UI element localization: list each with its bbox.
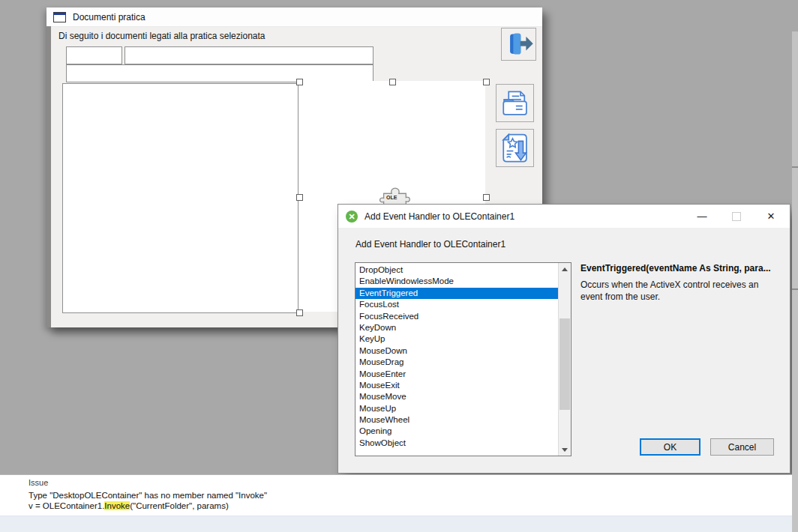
ok-button[interactable]: OK (640, 438, 700, 456)
event-list-item[interactable]: EnableWindowlessMode (356, 276, 558, 287)
documents-listbox[interactable] (62, 83, 298, 313)
form-caption-label: Di seguito i documenti legati alla prati… (58, 31, 266, 41)
ole-badge-label: OLE (386, 195, 397, 200)
event-list-item[interactable]: MouseDown (356, 345, 558, 357)
event-list-scrollbar[interactable] (558, 263, 571, 456)
event-list-item[interactable]: DropObject (356, 265, 558, 276)
maximize-button-disabled (732, 212, 741, 221)
event-list-item[interactable]: MouseUp (356, 403, 558, 414)
event-list-item[interactable]: Opening (356, 426, 558, 437)
event-list-item[interactable]: MouseWheel (356, 414, 558, 426)
event-listbox[interactable]: DropObjectEnableWindowlessModeEventTrigg… (355, 262, 572, 456)
event-list-item[interactable]: KeyUp (356, 333, 558, 345)
open-folder-button[interactable] (496, 84, 534, 122)
event-list-item[interactable]: MouseEnter (356, 369, 558, 380)
code-before: v = OLEContainer1. (28, 501, 104, 510)
selection-handle[interactable] (296, 309, 303, 316)
event-list-item[interactable]: FocusLost (356, 299, 558, 310)
event-list-item[interactable]: FocusReceived (356, 311, 558, 322)
scroll-marker (792, 166, 798, 168)
textfield-small[interactable] (66, 46, 122, 64)
bottom-band (0, 516, 798, 532)
folder-documents-icon (500, 88, 531, 119)
textfield-full[interactable] (66, 64, 374, 82)
dialog-heading: Add Event Handler to OLEContainer1 (356, 239, 506, 250)
event-list-item[interactable]: KeyDown (356, 322, 558, 333)
event-list-item[interactable]: MouseMove (356, 391, 558, 402)
event-list-item[interactable]: ShowObject (356, 438, 558, 449)
document-star-download-icon (500, 133, 531, 164)
designer-window-title: Documenti pratica (73, 12, 146, 22)
issue-panel-title: Issue (28, 478, 48, 487)
minimize-button[interactable]: — (697, 211, 707, 222)
scroll-marker (792, 288, 798, 290)
exit-button[interactable] (501, 28, 536, 61)
add-event-dialog: ✕ Add Event Handler to OLEContainer1 — ✕… (338, 204, 790, 474)
close-button[interactable]: ✕ (766, 211, 776, 222)
xojo-app-icon: ✕ (346, 211, 358, 223)
designer-titlebar[interactable]: Documenti pratica (46, 7, 542, 27)
textfield-wide[interactable] (124, 46, 374, 64)
selection-handle[interactable] (296, 79, 303, 85)
event-list-item[interactable]: MouseDrag (356, 357, 558, 368)
exit-door-icon (505, 31, 533, 57)
ide-right-scrollbar[interactable] (792, 31, 798, 532)
event-signature: EventTriggered(eventName As String, para… (580, 263, 777, 273)
scroll-down-icon[interactable] (559, 444, 571, 456)
selection-handle[interactable] (483, 194, 490, 201)
selection-handle[interactable] (483, 79, 490, 85)
selection-handle[interactable] (389, 79, 396, 85)
event-description: Occurs when the ActiveX control receives… (580, 279, 774, 303)
export-document-button[interactable] (496, 129, 534, 167)
issue-code-line[interactable]: v = OLEContainer1.Invoke("CurrentFolder"… (28, 501, 229, 510)
event-list-item[interactable]: MouseExit (356, 380, 558, 391)
cancel-button[interactable]: Cancel (710, 438, 774, 456)
dialog-title: Add Event Handler to OLEContainer1 (364, 211, 514, 222)
selection-handle[interactable] (296, 194, 303, 201)
scroll-up-icon[interactable] (559, 263, 571, 275)
window-icon (53, 12, 66, 22)
code-highlight: Invoke (104, 501, 130, 510)
scrollbar-thumb[interactable] (560, 318, 570, 410)
code-after: ("CurrentFolder", params) (130, 501, 229, 510)
window-left-edge (46, 26, 51, 327)
event-list-item[interactable]: EventTriggered (356, 288, 558, 299)
issue-error-message[interactable]: Type "DesktopOLEContainer" has no member… (28, 491, 267, 500)
